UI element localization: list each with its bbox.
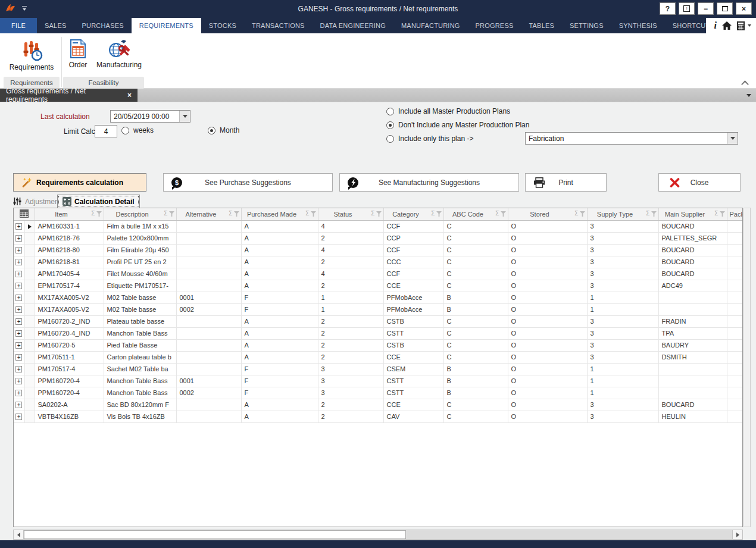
expand-row-icon[interactable]: + <box>15 318 22 325</box>
expand-row-icon[interactable]: + <box>15 402 22 408</box>
column-header-description[interactable]: DescriptionΣ <box>104 208 176 220</box>
sum-icon[interactable]: Σ <box>305 211 309 217</box>
expand-row-icon[interactable]: + <box>15 354 22 361</box>
table-row[interactable]: +SA0202-ASac BD 80x120mm FA2CCECO3BOUCAR… <box>14 399 742 411</box>
calculator-dropdown-icon[interactable] <box>748 24 751 27</box>
tab-data-engineering[interactable]: DATA ENGINEERING <box>313 18 393 33</box>
sum-icon[interactable]: Σ <box>229 211 232 217</box>
column-header-pack[interactable]: Pack <box>727 208 742 220</box>
requirements-calculation-button[interactable]: Requirements calculation <box>13 173 146 192</box>
column-header-alternative[interactable]: AlternativeΣ <box>176 208 241 220</box>
sum-icon[interactable]: Σ <box>91 211 95 217</box>
tab-settings[interactable]: SETTINGS <box>562 18 611 33</box>
filter-icon[interactable] <box>720 211 725 217</box>
sum-icon[interactable]: Σ <box>164 211 167 217</box>
last-calculation-combo[interactable]: 20/05/2019 00:00 <box>110 110 190 123</box>
expand-row-icon[interactable]: + <box>15 378 22 384</box>
sum-icon[interactable]: Σ <box>495 211 499 217</box>
column-header-main-supplier[interactable]: Main SupplierΣ <box>658 208 727 220</box>
radio-month[interactable]: Month <box>208 126 239 134</box>
scroll-left-button[interactable] <box>14 530 24 539</box>
tab-sales[interactable]: SALES <box>37 18 74 33</box>
radio-include-all-plans[interactable]: Include all Master Production Plans <box>386 107 510 115</box>
column-header-stored[interactable]: StoredΣ <box>508 208 587 220</box>
expand-row-icon[interactable]: + <box>15 306 22 313</box>
expand-row-icon[interactable]: + <box>15 390 22 396</box>
table-row[interactable]: +PM160720-4_INDManchon Table BassA2CSTTC… <box>14 327 742 339</box>
column-header-purchased-made[interactable]: Purchased MadeΣ <box>241 208 318 220</box>
combo-dropdown-icon[interactable] <box>179 111 190 122</box>
order-button[interactable]: Order <box>63 36 93 75</box>
minimize-button[interactable]: − <box>698 2 714 15</box>
popout-button[interactable]: ↑ <box>679 2 695 15</box>
limit-calc-input[interactable] <box>95 125 117 137</box>
table-row[interactable]: +PPM160720-4Manchon Table Bass0002F3CSTT… <box>14 387 742 399</box>
horizontal-scroll-track[interactable] <box>406 530 732 539</box>
tab-purchases[interactable]: PURCHASES <box>74 18 132 33</box>
expand-row-icon[interactable]: + <box>15 330 22 337</box>
radio-weeks[interactable]: weeks <box>121 126 154 134</box>
table-row[interactable]: +MX17AXA005-V2M02 Table basse0002F1PFMob… <box>14 303 742 315</box>
table-row[interactable]: +VBTB4X16ZBVis Bois TB 4x16ZBA2CAVCO3HEU… <box>14 411 742 422</box>
column-header-category[interactable]: CategoryΣ <box>383 208 443 220</box>
document-tab[interactable]: Gross requirements / Net requirements × <box>0 89 138 102</box>
tab-stocks[interactable]: STOCKS <box>201 18 244 33</box>
expand-row-icon[interactable]: + <box>15 271 22 277</box>
filter-icon[interactable] <box>311 211 316 217</box>
table-row[interactable]: +PM170511-1Carton plateau table bA2CCECO… <box>14 351 742 363</box>
table-row[interactable]: +APM170405-4Filet Mousse 40/60mA4CCFCO3B… <box>14 268 742 280</box>
column-header-item[interactable]: ItemΣ <box>35 208 104 220</box>
expand-row-icon[interactable]: + <box>15 342 22 349</box>
tab-list-dropdown-icon[interactable] <box>746 94 751 97</box>
filter-icon[interactable] <box>436 211 442 217</box>
tab-requirements[interactable]: REQUIREMENTS <box>132 18 201 33</box>
print-button[interactable]: Print <box>525 173 607 192</box>
expand-row-icon[interactable]: + <box>15 259 22 265</box>
horizontal-scroll-thumb[interactable] <box>24 530 406 539</box>
expand-row-icon[interactable]: + <box>15 414 22 420</box>
sum-icon[interactable]: Σ <box>646 211 649 217</box>
column-header-abc-code[interactable]: ABC CodeΣ <box>443 208 508 220</box>
filter-icon[interactable] <box>234 211 239 217</box>
table-row[interactable]: +MX17AXA005-V2M02 Table basse0001F1PFMob… <box>14 292 742 303</box>
tab-progress[interactable]: PROGRESS <box>468 18 521 33</box>
see-purchase-suggestions-button[interactable]: $ See Purchase Suggestions <box>163 173 333 192</box>
document-tab-close-icon[interactable]: × <box>127 91 132 99</box>
table-corner-icon[interactable] <box>20 209 29 218</box>
sum-icon[interactable]: Σ <box>714 211 718 217</box>
tab-transactions[interactable]: TRANSACTIONS <box>244 18 313 33</box>
scroll-right-button[interactable] <box>732 530 742 539</box>
expand-row-icon[interactable]: + <box>15 223 22 230</box>
sum-icon[interactable]: Σ <box>431 211 435 217</box>
sum-icon[interactable]: Σ <box>371 211 374 217</box>
table-row[interactable]: +APM160331-1Film à bulle 1M x x15A4CCFCO… <box>14 220 742 232</box>
table-row[interactable]: +APM16218-80Film Etirable 20µ 450A4CCFCO… <box>14 244 742 256</box>
filter-icon[interactable] <box>376 211 382 217</box>
table-row[interactable]: +APM16218-76Palette 1200x800mmA2CCPCO3PA… <box>14 232 742 244</box>
close-button[interactable]: Close <box>658 173 741 192</box>
table-row[interactable]: +PPM160720-4Manchon Table Bass0001F3CSTT… <box>14 375 742 387</box>
filter-icon[interactable] <box>501 211 506 217</box>
requirements-button[interactable]: Requirements <box>5 36 58 75</box>
sum-icon[interactable]: Σ <box>574 211 578 217</box>
home-icon[interactable] <box>722 21 732 30</box>
tab-synthesis[interactable]: SYNTHESIS <box>611 18 665 33</box>
calculator-icon[interactable] <box>737 21 745 30</box>
table-row[interactable]: +PM170517-4Sachet M02 Table baF3CSEMBO1 <box>14 363 742 375</box>
expand-row-icon[interactable]: + <box>15 295 22 301</box>
column-header-supply-type[interactable]: Supply TypeΣ <box>587 208 658 220</box>
expand-row-icon[interactable]: + <box>15 247 22 253</box>
help-button[interactable]: ? <box>660 2 676 15</box>
tab-manufacturing[interactable]: MANUFACTURING <box>393 18 468 33</box>
expand-row-icon[interactable]: + <box>15 283 22 289</box>
radio-only-this-plan[interactable]: Include only this plan -> <box>386 134 473 143</box>
filter-icon[interactable] <box>96 211 102 217</box>
plan-combo-dropdown-icon[interactable] <box>727 133 738 144</box>
tab-tables[interactable]: TABLES <box>521 18 562 33</box>
plan-combo[interactable]: Fabrication <box>525 132 738 145</box>
close-window-button[interactable]: × <box>736 2 752 15</box>
manufacturing-button[interactable]: Manufacturing <box>94 36 144 75</box>
vertical-scrollbar[interactable] <box>743 208 751 527</box>
expand-row-icon[interactable]: + <box>15 366 22 372</box>
column-header-status[interactable]: StatusΣ <box>318 208 383 220</box>
